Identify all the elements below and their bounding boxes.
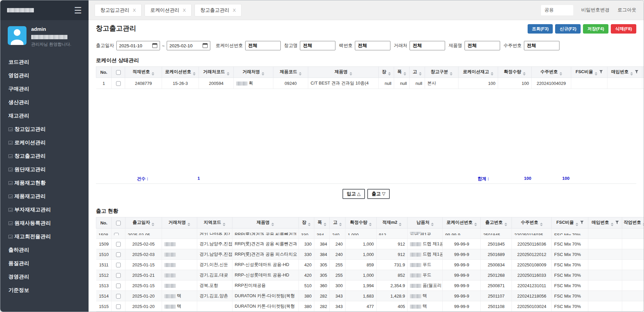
column-header-로케이션재고[interactable]: 로케이션재고 — [459, 67, 498, 78]
column-header-작업번호[interactable]: 작업번호 — [642, 67, 644, 78]
filter-input-로케이션번호[interactable]: 전체 — [245, 41, 281, 50]
sidebar-item-출하관리[interactable]: 출하관리 — [0, 243, 89, 257]
sidebar-item-재고회전율관리[interactable]: 재고회전율관리 — [0, 230, 89, 243]
transfer-button-입고[interactable]: 입고 △ — [342, 189, 365, 199]
sort-icon[interactable] — [262, 72, 264, 75]
filter-input-랙번호[interactable]: 전체 — [355, 41, 390, 50]
common-selector[interactable]: 공용 — [541, 5, 573, 15]
sort-icon[interactable] — [388, 72, 391, 75]
sort-icon[interactable] — [504, 223, 507, 226]
column-header-FSC비율[interactable]: FSC비율 — [571, 67, 607, 78]
column-header-확정수량[interactable]: 확정수량 — [498, 67, 532, 78]
sidebar-item-재고관리[interactable]: 재고관리 — [0, 109, 89, 122]
column-header-거래처코드[interactable]: 거래처코드 — [199, 67, 234, 78]
row-checkbox[interactable] — [114, 233, 119, 235]
sidebar-item-품질관리[interactable]: 품질관리 — [0, 257, 89, 270]
column-header-수주번호[interactable]: 수주번호 — [532, 67, 571, 78]
sort-icon[interactable] — [193, 72, 196, 75]
row-checkbox[interactable] — [116, 273, 121, 278]
sort-icon[interactable] — [576, 223, 578, 226]
sort-icon[interactable] — [595, 72, 597, 75]
sidebar-item-기준정보[interactable]: 기준정보 — [0, 283, 89, 297]
sort-icon[interactable] — [399, 223, 401, 226]
column-header-FSC비율[interactable]: FSC비율 — [552, 217, 588, 228]
sort-icon[interactable] — [339, 223, 342, 226]
filter-input-거래처[interactable]: 전체 — [410, 41, 445, 50]
column-header-거래처명[interactable]: 거래처명 — [234, 67, 273, 78]
sidebar-item-원재사등록관리[interactable]: 원재사등록관리 — [0, 216, 89, 230]
sort-icon[interactable] — [559, 72, 562, 75]
column-header-장[interactable]: 장 — [299, 217, 314, 228]
sort-icon[interactable] — [540, 223, 543, 226]
column-header-적재m2[interactable]: 적재m2 — [376, 217, 408, 228]
sidebar-item-코드관리[interactable]: 코드관리 — [0, 55, 89, 69]
hamburger-menu-icon[interactable]: ☰ — [74, 6, 82, 15]
sort-icon[interactable] — [431, 223, 434, 226]
sort-icon[interactable] — [350, 72, 352, 75]
sort-icon[interactable] — [324, 223, 326, 226]
filter-input-창고명[interactable]: 전체 — [300, 41, 335, 50]
sort-icon[interactable] — [404, 72, 406, 75]
sort-icon[interactable] — [419, 72, 422, 75]
select-all-checkbox[interactable] — [116, 70, 121, 75]
sidebar-item-로케이션관리[interactable]: 로케이션관리 — [0, 136, 89, 149]
tab-창고입고관리[interactable]: 창고입고관리X — [95, 4, 142, 16]
column-header-제품코드[interactable]: 제품코드 — [273, 67, 308, 78]
sidebar-item-제품재고현황[interactable]: 제품재고현황 — [0, 176, 89, 190]
calendar-icon[interactable] — [203, 43, 208, 48]
filter-input-수주번호[interactable]: 전체 — [524, 41, 559, 50]
sort-icon[interactable] — [369, 223, 372, 226]
sort-icon[interactable] — [474, 223, 477, 226]
filter-funnel-icon[interactable] — [580, 221, 584, 224]
column-header-고[interactable]: 고 — [410, 67, 425, 78]
row-checkbox[interactable] — [116, 294, 121, 299]
tab-close-icon[interactable]: X — [133, 8, 136, 13]
filter-funnel-icon[interactable] — [599, 70, 603, 73]
sidebar-item-제품재고관리[interactable]: 제품재고관리 — [0, 190, 89, 203]
sidebar-item-영업관리[interactable]: 영업관리 — [0, 69, 89, 82]
row-checkbox[interactable] — [116, 81, 121, 86]
column-header-지역코드[interactable]: 지역코드 — [197, 217, 232, 228]
logout-link[interactable]: 로그아웃 — [618, 7, 636, 13]
sort-icon[interactable] — [450, 72, 452, 75]
calendar-icon[interactable] — [152, 43, 157, 48]
sidebar-item-창고입고관리[interactable]: 창고입고관리 — [0, 122, 89, 136]
date-to-input[interactable]: 2025-02-10 — [167, 41, 210, 50]
column-header-고[interactable]: 고 — [330, 217, 345, 228]
column-header-확정수량[interactable]: 확정수량 — [345, 217, 376, 228]
column-header-수주번호[interactable]: 수주번호 — [512, 217, 552, 228]
row-checkbox[interactable] — [116, 304, 121, 309]
tab-close-icon[interactable]: X — [183, 8, 186, 13]
column-header-창고구분[interactable]: 창고구분 — [425, 67, 459, 78]
sort-icon[interactable] — [491, 72, 493, 75]
select-all-checkbox[interactable] — [116, 221, 121, 225]
column-header-적재번호[interactable]: 적재번호 — [125, 67, 162, 78]
sort-icon[interactable] — [152, 72, 154, 75]
date-from-input[interactable]: 2025-01-10 — [116, 41, 160, 50]
sort-icon[interactable] — [271, 223, 274, 226]
change-password-link[interactable]: 비밀번호변경 — [581, 7, 609, 13]
sort-icon[interactable] — [187, 223, 190, 226]
transfer-button-출고[interactable]: 출고 ▽ — [367, 189, 390, 199]
column-header-매입번호[interactable]: 매입번호 — [588, 217, 622, 228]
row-checkbox[interactable] — [116, 242, 121, 247]
sort-icon[interactable] — [227, 72, 229, 75]
sidebar-item-창고출고관리[interactable]: 창고출고관리 — [0, 149, 89, 163]
action-button-저장(F4)[interactable]: 저장(F4) — [583, 24, 608, 34]
filter-funnel-icon[interactable] — [635, 70, 638, 73]
column-header-거래처명[interactable]: 거래처명 — [162, 217, 197, 228]
column-header-폭[interactable]: 폭 — [314, 217, 329, 228]
column-header-작업번호[interactable]: 작업번호 — [622, 217, 644, 228]
column-header-로케이션번호[interactable]: 로케이션번호 — [443, 217, 481, 228]
column-header-제품명[interactable]: 제품명 — [232, 217, 299, 228]
column-header-납품처[interactable]: 납품처 — [408, 217, 443, 228]
action-button-조회(F3)[interactable]: 조회(F3) — [528, 24, 553, 34]
sort-icon[interactable] — [630, 72, 633, 75]
row-checkbox[interactable] — [116, 252, 121, 257]
sort-icon[interactable] — [299, 72, 302, 75]
column-header-매입번호[interactable]: 매입번호 — [607, 67, 642, 78]
sidebar-item-부자재재고관리[interactable]: 부자재재고관리 — [0, 203, 89, 216]
tab-로케이션관리[interactable]: 로케이션관리X — [145, 4, 192, 16]
sidebar-item-경영관리[interactable]: 경영관리 — [0, 270, 89, 283]
filter-input-제품명[interactable]: 전체 — [465, 41, 500, 50]
